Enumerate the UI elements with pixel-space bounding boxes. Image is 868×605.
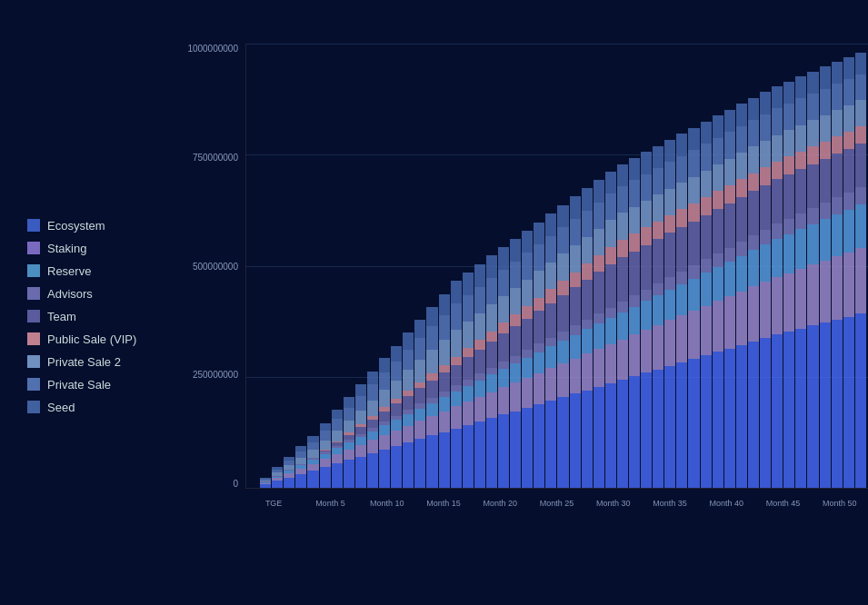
- bar-segment-privateSale2: [414, 360, 425, 382]
- x-axis-label: Month 35: [642, 499, 698, 508]
- bar-group: [832, 44, 843, 488]
- bar-segment-seed: [557, 205, 568, 227]
- bar-segment-seed: [439, 294, 450, 315]
- bar-segment-ecosystem: [594, 387, 604, 488]
- bar-group: [641, 44, 652, 488]
- bar-segment-privateSale: [344, 408, 354, 421]
- bar-segment-staking: [332, 454, 343, 463]
- bar-segment-ecosystem: [724, 349, 735, 488]
- bar-segment-reserve: [855, 204, 866, 248]
- bar-segment-privateSale: [748, 120, 759, 146]
- bar-group: [713, 44, 723, 488]
- bar-segment-publicSaleVIP: [510, 314, 521, 326]
- bar-group: [534, 44, 544, 488]
- bar-segment-privateSale2: [522, 280, 533, 306]
- bar-segment-reserve: [463, 386, 474, 402]
- bar-segment-publicSaleVIP: [760, 167, 771, 185]
- bar-group: [664, 44, 675, 488]
- bar-segment-staking: [391, 431, 402, 446]
- bar-segment-advisors: [736, 242, 747, 256]
- bar-segment-ecosystem: [522, 408, 533, 488]
- bar-stack: [295, 381, 306, 488]
- bar-segment-ecosystem: [451, 429, 462, 488]
- bar-segment-privateSale: [855, 74, 866, 101]
- legend: EcosystemStakingReserveAdvisorsTeamPubli…: [18, 116, 164, 516]
- bar-segment-staking: [320, 459, 331, 467]
- bar-segment-advisors: [832, 197, 843, 214]
- bar-segment-ecosystem: [510, 412, 521, 488]
- bar-segment-publicSaleVIP: [855, 126, 866, 144]
- bar-segment-reserve: [582, 329, 593, 353]
- bar-segment-team: [795, 169, 806, 213]
- bar-segment-privateSale2: [355, 411, 366, 425]
- bar-segment-staking: [367, 440, 378, 452]
- bar-segment-reserve: [403, 414, 414, 425]
- bar-segment-privateSale2: [439, 340, 450, 365]
- bar-segment-reserve: [510, 363, 521, 382]
- bar-segment-reserve: [688, 279, 699, 311]
- bar-stack: [498, 221, 509, 488]
- bar-stack: [807, 72, 818, 488]
- bar-segment-publicSaleVIP: [617, 240, 628, 258]
- bar-group: [594, 44, 604, 488]
- bar-segment-privateSale: [843, 79, 854, 105]
- bar-segment-publicSaleVIP: [795, 152, 806, 169]
- bar-segment-publicSaleVIP: [439, 365, 450, 372]
- bar-segment-advisors: [486, 368, 497, 375]
- x-axis-label: Month 20: [472, 499, 528, 508]
- legend-item: Ecosystem: [27, 219, 164, 233]
- bar-segment-staking: [570, 359, 581, 394]
- bar-segment-seed: [320, 423, 331, 431]
- bar-stack: [664, 134, 675, 488]
- bar-stack: [355, 321, 366, 488]
- bar-segment-team: [379, 412, 390, 422]
- bar-group: [855, 44, 866, 488]
- bar-segment-privateSale2: [545, 263, 556, 289]
- bar-segment-ecosystem: [676, 362, 687, 488]
- bar-segment-reserve: [570, 335, 581, 359]
- y-axis-label: 0: [233, 479, 238, 489]
- bar-segment-staking: [307, 464, 318, 471]
- bar-stack: [736, 102, 747, 488]
- bar-segment-seed: [701, 122, 712, 144]
- legend-item: Team: [27, 310, 164, 323]
- bar-group: [498, 44, 509, 488]
- bar-segment-privateSale2: [379, 390, 390, 407]
- bar-stack: [701, 117, 712, 488]
- bar-segment-staking: [676, 315, 687, 362]
- bar-segment-staking: [772, 277, 783, 334]
- bar-segment-advisors: [582, 320, 593, 330]
- bar-segment-staking: [379, 435, 390, 450]
- bar-stack: [545, 193, 556, 488]
- bar-segment-ecosystem: [367, 453, 378, 488]
- legend-item: Seed: [27, 401, 164, 414]
- bar-group: [724, 44, 735, 488]
- bar-segment-seed: [783, 82, 794, 104]
- bar-stack: [676, 128, 687, 488]
- bar-segment-team: [653, 239, 663, 283]
- bar-stack: [474, 235, 485, 488]
- bar-segment-privateSale: [379, 372, 390, 390]
- bar-group: [617, 44, 628, 488]
- bar-segment-privateSale: [582, 211, 593, 237]
- bar-segment-privateSale2: [736, 153, 747, 179]
- bar-segment-publicSaleVIP: [605, 247, 616, 264]
- bar-segment-reserve: [414, 409, 425, 421]
- bar-stack: [426, 266, 437, 489]
- bar-group: [676, 44, 687, 488]
- bar-segment-team: [605, 264, 616, 308]
- bar-segment-advisors: [664, 277, 675, 289]
- bar-segment-seed: [713, 115, 723, 137]
- bar-stack: [403, 283, 414, 488]
- bar-segment-privateSale: [713, 138, 723, 164]
- legend-item: Staking: [27, 242, 164, 255]
- bar-segment-staking: [748, 286, 759, 341]
- bar-segment-advisors: [617, 302, 628, 312]
- bar-segment-staking: [486, 392, 497, 419]
- bar-segment-staking: [795, 269, 806, 329]
- bar-segment-staking: [463, 402, 474, 425]
- bar-segment-privateSale: [403, 350, 414, 370]
- bar-segment-publicSaleVIP: [486, 332, 497, 342]
- bar-segment-privateSale2: [582, 237, 593, 263]
- bar-segment-privateSale: [391, 362, 402, 381]
